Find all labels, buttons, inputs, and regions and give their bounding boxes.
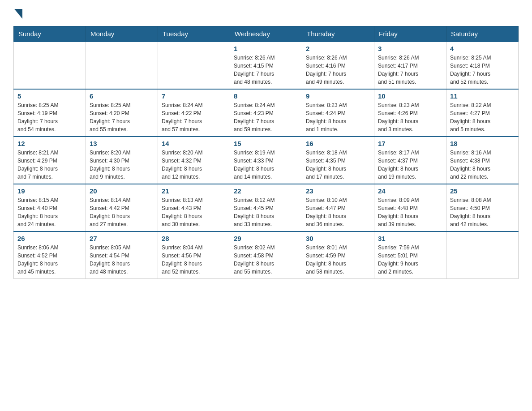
calendar-cell	[158, 42, 230, 89]
day-info: Sunrise: 8:26 AM Sunset: 4:15 PM Dayligh…	[234, 54, 298, 86]
day-header-sunday: Sunday	[14, 26, 86, 42]
day-info: Sunrise: 8:25 AM Sunset: 4:18 PM Dayligh…	[450, 54, 515, 86]
day-number: 2	[306, 45, 370, 52]
day-info: Sunrise: 8:20 AM Sunset: 4:32 PM Dayligh…	[162, 149, 226, 181]
day-number: 8	[234, 92, 298, 100]
calendar-cell: 23Sunrise: 8:10 AM Sunset: 4:47 PM Dayli…	[302, 184, 374, 231]
day-info: Sunrise: 8:17 AM Sunset: 4:37 PM Dayligh…	[378, 149, 442, 181]
calendar-cell: 10Sunrise: 8:23 AM Sunset: 4:26 PM Dayli…	[374, 89, 446, 137]
day-number: 20	[90, 187, 154, 195]
day-info: Sunrise: 8:01 AM Sunset: 4:59 PM Dayligh…	[306, 244, 370, 276]
calendar-cell: 15Sunrise: 8:19 AM Sunset: 4:33 PM Dayli…	[230, 137, 302, 184]
day-info: Sunrise: 8:23 AM Sunset: 4:24 PM Dayligh…	[306, 101, 370, 133]
calendar-cell: 18Sunrise: 8:16 AM Sunset: 4:38 PM Dayli…	[446, 137, 519, 184]
day-info: Sunrise: 8:24 AM Sunset: 4:22 PM Dayligh…	[162, 101, 226, 133]
day-info: Sunrise: 8:06 AM Sunset: 4:52 PM Dayligh…	[17, 244, 82, 276]
calendar-cell: 24Sunrise: 8:09 AM Sunset: 4:48 PM Dayli…	[374, 184, 446, 231]
day-info: Sunrise: 8:26 AM Sunset: 4:17 PM Dayligh…	[378, 54, 442, 86]
calendar-cell: 16Sunrise: 8:18 AM Sunset: 4:35 PM Dayli…	[302, 137, 374, 184]
day-info: Sunrise: 8:19 AM Sunset: 4:33 PM Dayligh…	[234, 149, 298, 181]
calendar-cell: 31Sunrise: 7:59 AM Sunset: 5:01 PM Dayli…	[374, 231, 446, 279]
calendar-cell: 25Sunrise: 8:08 AM Sunset: 4:50 PM Dayli…	[446, 184, 519, 231]
day-info: Sunrise: 8:14 AM Sunset: 4:42 PM Dayligh…	[90, 196, 154, 228]
day-number: 26	[17, 235, 82, 242]
day-header-saturday: Saturday	[446, 26, 519, 42]
day-info: Sunrise: 8:21 AM Sunset: 4:29 PM Dayligh…	[17, 149, 82, 181]
week-row-3: 12Sunrise: 8:21 AM Sunset: 4:29 PM Dayli…	[14, 137, 519, 184]
day-number: 13	[90, 140, 154, 147]
day-number: 5	[17, 92, 82, 100]
day-info: Sunrise: 8:12 AM Sunset: 4:45 PM Dayligh…	[234, 196, 298, 228]
day-number: 22	[234, 187, 298, 195]
calendar-cell: 20Sunrise: 8:14 AM Sunset: 4:42 PM Dayli…	[86, 184, 158, 231]
header-row: SundayMondayTuesdayWednesdayThursdayFrid…	[14, 26, 519, 42]
day-info: Sunrise: 8:18 AM Sunset: 4:35 PM Dayligh…	[306, 149, 370, 181]
calendar-cell: 28Sunrise: 8:04 AM Sunset: 4:56 PM Dayli…	[158, 231, 230, 279]
week-row-4: 19Sunrise: 8:15 AM Sunset: 4:40 PM Dayli…	[14, 184, 519, 231]
day-number: 24	[378, 187, 442, 195]
day-number: 6	[90, 92, 154, 100]
calendar-cell: 3Sunrise: 8:26 AM Sunset: 4:17 PM Daylig…	[374, 42, 446, 89]
day-number: 9	[306, 92, 370, 100]
day-header-thursday: Thursday	[302, 26, 374, 42]
day-number: 1	[234, 45, 298, 52]
calendar-cell: 21Sunrise: 8:13 AM Sunset: 4:43 PM Dayli…	[158, 184, 230, 231]
calendar-cell: 29Sunrise: 8:02 AM Sunset: 4:58 PM Dayli…	[230, 231, 302, 279]
day-number: 23	[306, 187, 370, 195]
day-number: 25	[450, 187, 515, 195]
calendar-cell: 1Sunrise: 8:26 AM Sunset: 4:15 PM Daylig…	[230, 42, 302, 89]
day-number: 27	[90, 235, 154, 242]
calendar-cell: 11Sunrise: 8:22 AM Sunset: 4:27 PM Dayli…	[446, 89, 519, 137]
day-info: Sunrise: 8:09 AM Sunset: 4:48 PM Dayligh…	[378, 196, 442, 228]
day-header-monday: Monday	[86, 26, 158, 42]
day-header-wednesday: Wednesday	[230, 26, 302, 42]
day-info: Sunrise: 8:10 AM Sunset: 4:47 PM Dayligh…	[306, 196, 370, 228]
day-number: 7	[162, 92, 226, 100]
day-info: Sunrise: 8:26 AM Sunset: 4:16 PM Dayligh…	[306, 54, 370, 86]
day-info: Sunrise: 8:13 AM Sunset: 4:43 PM Dayligh…	[162, 196, 226, 228]
calendar-cell: 13Sunrise: 8:20 AM Sunset: 4:30 PM Dayli…	[86, 137, 158, 184]
day-info: Sunrise: 7:59 AM Sunset: 5:01 PM Dayligh…	[378, 244, 442, 276]
day-number: 28	[162, 235, 226, 242]
day-number: 14	[162, 140, 226, 147]
day-header-friday: Friday	[374, 26, 446, 42]
day-info: Sunrise: 8:02 AM Sunset: 4:58 PM Dayligh…	[234, 244, 298, 276]
day-info: Sunrise: 8:15 AM Sunset: 4:40 PM Dayligh…	[17, 196, 82, 228]
day-info: Sunrise: 8:08 AM Sunset: 4:50 PM Dayligh…	[450, 196, 515, 228]
calendar-cell: 7Sunrise: 8:24 AM Sunset: 4:22 PM Daylig…	[158, 89, 230, 137]
calendar-cell: 26Sunrise: 8:06 AM Sunset: 4:52 PM Dayli…	[14, 231, 86, 279]
calendar-cell: 14Sunrise: 8:20 AM Sunset: 4:32 PM Dayli…	[158, 137, 230, 184]
day-number: 11	[450, 92, 515, 100]
calendar-cell: 30Sunrise: 8:01 AM Sunset: 4:59 PM Dayli…	[302, 231, 374, 279]
calendar-cell: 4Sunrise: 8:25 AM Sunset: 4:18 PM Daylig…	[446, 42, 519, 89]
calendar-cell: 27Sunrise: 8:05 AM Sunset: 4:54 PM Dayli…	[86, 231, 158, 279]
calendar-cell: 9Sunrise: 8:23 AM Sunset: 4:24 PM Daylig…	[302, 89, 374, 137]
calendar-cell	[446, 231, 519, 279]
week-row-5: 26Sunrise: 8:06 AM Sunset: 4:52 PM Dayli…	[14, 231, 519, 279]
calendar-cell	[86, 42, 158, 89]
day-info: Sunrise: 8:16 AM Sunset: 4:38 PM Dayligh…	[450, 149, 515, 181]
logo	[13, 9, 22, 19]
day-number: 4	[450, 45, 515, 52]
day-info: Sunrise: 8:25 AM Sunset: 4:19 PM Dayligh…	[17, 101, 82, 133]
calendar-cell: 12Sunrise: 8:21 AM Sunset: 4:29 PM Dayli…	[14, 137, 86, 184]
day-info: Sunrise: 8:24 AM Sunset: 4:23 PM Dayligh…	[234, 101, 298, 133]
day-number: 17	[378, 140, 442, 147]
calendar-cell: 22Sunrise: 8:12 AM Sunset: 4:45 PM Dayli…	[230, 184, 302, 231]
calendar-cell: 8Sunrise: 8:24 AM Sunset: 4:23 PM Daylig…	[230, 89, 302, 137]
day-number: 29	[234, 235, 298, 242]
day-info: Sunrise: 8:20 AM Sunset: 4:30 PM Dayligh…	[90, 149, 154, 181]
calendar-cell: 19Sunrise: 8:15 AM Sunset: 4:40 PM Dayli…	[14, 184, 86, 231]
day-number: 3	[378, 45, 442, 52]
day-number: 21	[162, 187, 226, 195]
day-info: Sunrise: 8:23 AM Sunset: 4:26 PM Dayligh…	[378, 101, 442, 133]
day-number: 12	[17, 140, 82, 147]
day-number: 19	[17, 187, 82, 195]
day-info: Sunrise: 8:25 AM Sunset: 4:20 PM Dayligh…	[90, 101, 154, 133]
day-number: 16	[306, 140, 370, 147]
calendar-cell: 5Sunrise: 8:25 AM Sunset: 4:19 PM Daylig…	[14, 89, 86, 137]
day-info: Sunrise: 8:04 AM Sunset: 4:56 PM Dayligh…	[162, 244, 226, 276]
svg-marker-0	[14, 9, 22, 19]
calendar-cell	[14, 42, 86, 89]
calendar-cell: 17Sunrise: 8:17 AM Sunset: 4:37 PM Dayli…	[374, 137, 446, 184]
